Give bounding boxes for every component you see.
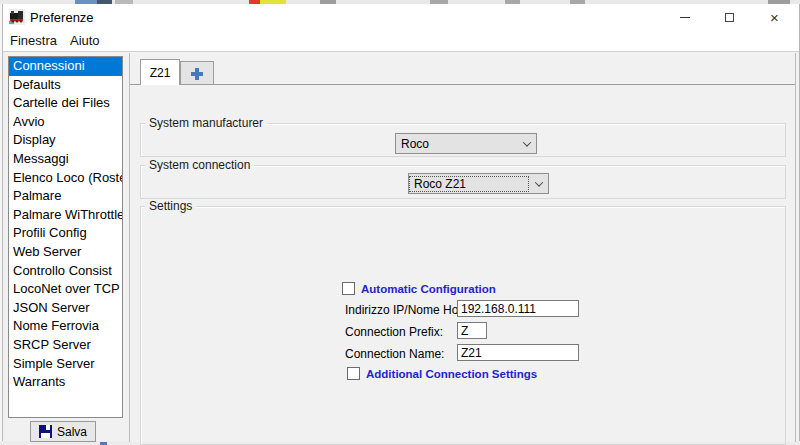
menu-aiuto[interactable]: Aiuto: [64, 31, 106, 50]
automatic-configuration-label: Automatic Configuration: [361, 283, 496, 295]
sidebar-item-palmare-withrottle[interactable]: Palmare WiThrottle: [9, 206, 122, 225]
manufacturer-dropdown[interactable]: Roco: [395, 133, 537, 154]
maximize-icon: [725, 13, 734, 22]
tab-z21-label: Z21: [150, 66, 171, 80]
connection-name-label: Connection Name:: [345, 347, 444, 361]
preferences-window: Preferenze × Finestra Aiuto Connessioni …: [3, 4, 800, 441]
sidebar-item-connessioni[interactable]: Connessioni: [9, 57, 122, 76]
sidebar-item-json-server[interactable]: JSON Server: [9, 299, 122, 318]
sidebar-item-defaults[interactable]: Defaults: [9, 76, 122, 95]
tab-content: System manufacturer Roco System connecti…: [130, 85, 795, 442]
connection-prefix-input[interactable]: [457, 322, 487, 339]
settings-title: Settings: [145, 199, 196, 213]
window-title: Preferenze: [30, 10, 94, 25]
tab-panel-border: [130, 84, 795, 85]
preferences-category-list[interactable]: Connessioni Defaults Cartelle dei Files …: [8, 56, 123, 418]
sidebar-item-loconet-over-tcp[interactable]: LocoNet over TCP Server: [9, 280, 122, 299]
additional-settings-row: Additional Connection Settings: [347, 367, 537, 380]
save-floppy-icon: [39, 425, 52, 438]
menu-bar: Finestra Aiuto: [3, 30, 799, 52]
manufacturer-dropdown-value: Roco: [396, 136, 517, 152]
automatic-configuration-row: Automatic Configuration: [342, 282, 496, 295]
screenshot-root: Preferenze × Finestra Aiuto Connessioni …: [0, 0, 800, 445]
menu-finestra[interactable]: Finestra: [4, 31, 63, 50]
system-connection-title: System connection: [145, 158, 254, 172]
sidebar-item-srcp-server[interactable]: SRCP Server: [9, 336, 122, 355]
chevron-down-icon: [529, 174, 548, 193]
add-connection-tab[interactable]: [180, 61, 214, 85]
save-button-label: Salva: [57, 425, 87, 439]
system-manufacturer-title: System manufacturer: [145, 116, 267, 130]
ip-host-label: Indirizzo IP/Nome Host:: [345, 303, 471, 317]
connection-panel: Z21 System manufacturer Roco System conn…: [129, 53, 796, 442]
sidebar-item-controllo-consist[interactable]: Controllo Consist: [9, 262, 122, 281]
close-button[interactable]: ×: [752, 4, 797, 30]
minimize-icon: [680, 17, 690, 18]
automatic-configuration-checkbox[interactable]: [342, 282, 355, 295]
sidebar-item-nome-ferrovia[interactable]: Nome Ferrovia: [9, 317, 122, 336]
add-tab-plus-icon: [191, 68, 203, 80]
connection-dropdown[interactable]: Roco Z21: [408, 173, 549, 194]
sidebar-item-profili-config[interactable]: Profili Config: [9, 224, 122, 243]
sidebar-item-avvio[interactable]: Avvio: [9, 113, 122, 132]
sidebar-item-messaggi[interactable]: Messaggi: [9, 150, 122, 169]
maximize-button[interactable]: [707, 4, 752, 30]
minimize-button[interactable]: [662, 4, 707, 30]
ip-host-input[interactable]: [457, 300, 579, 317]
save-button[interactable]: Salva: [30, 421, 96, 442]
sidebar-item-simple-server[interactable]: Simple Server: [9, 355, 122, 374]
sidebar-item-cartelle-dei-files[interactable]: Cartelle dei Files: [9, 94, 122, 113]
chevron-down-icon: [517, 134, 536, 153]
sidebar-item-palmare[interactable]: Palmare: [9, 187, 122, 206]
tab-z21[interactable]: Z21: [140, 59, 180, 85]
sidebar-item-elenco-loco[interactable]: Elenco Loco (Roster): [9, 169, 122, 188]
connection-dropdown-value: Roco Z21: [409, 176, 529, 192]
additional-settings-label: Additional Connection Settings: [366, 368, 537, 380]
sidebar-item-web-server[interactable]: Web Server: [9, 243, 122, 262]
sidebar-item-display[interactable]: Display: [9, 131, 122, 150]
title-bar[interactable]: Preferenze ×: [3, 4, 799, 30]
connection-name-input[interactable]: [457, 344, 579, 361]
close-icon: ×: [770, 10, 779, 25]
app-train-icon: [9, 9, 25, 25]
window-body: Connessioni Defaults Cartelle dei Files …: [3, 53, 799, 441]
additional-settings-checkbox[interactable]: [347, 367, 360, 380]
connection-prefix-label: Connection Prefix:: [345, 325, 443, 339]
sidebar-item-warrants[interactable]: Warrants: [9, 373, 122, 392]
